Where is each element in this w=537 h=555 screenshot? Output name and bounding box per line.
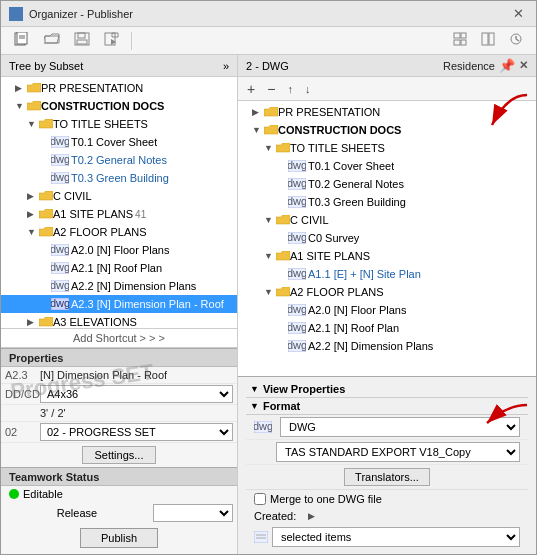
tree-arrow [27,209,39,219]
dwg-icon: dwg [288,268,306,280]
svg-text:dwg: dwg [51,298,69,309]
right-toolbar-btn2[interactable] [476,29,500,52]
tree-item-elevations[interactable]: A3 ELEVATIONS [1,313,237,328]
folder-icon [39,209,53,220]
tree-item-a21[interactable]: dwg A2.1 [N] Roof Plan [1,259,237,277]
format-header[interactable]: ▼ Format [246,398,528,415]
folder-icon [39,227,53,238]
right-tree-item-a1[interactable]: A1 SITE PLANS [238,247,536,265]
right-tree-item-title[interactable]: TO TITLE SHEETS [238,139,536,157]
right-tree-item-construction[interactable]: CONSTRUCTION DOCS [238,121,536,139]
tree-item-title-sheets[interactable]: TO TITLE SHEETS [1,115,237,133]
properties-section: Properties A2.3 [N] Dimension Plan - Roo… [1,348,237,467]
close-button[interactable]: ✕ [509,5,528,22]
right-tree-item-t02[interactable]: dwg T0.2 General Notes [238,175,536,193]
status-text: Editable [23,488,63,500]
svg-rect-10 [454,40,460,45]
right-tree-item-a21[interactable]: dwg A2.1 [N] Roof Plan [238,319,536,337]
format-preset-dropdown[interactable]: TAS STANDARD EXPORT V18_Copy [276,442,520,462]
right-down-btn[interactable]: ↓ [300,80,316,98]
tree-item-a20[interactable]: dwg A2.0 [N] Floor Plans [1,241,237,259]
folder-icon [39,317,53,328]
doc-icon: dwg [51,280,69,292]
right-remove-btn[interactable]: − [262,78,280,100]
right-up-btn[interactable]: ↑ [282,80,298,98]
svg-text:dwg: dwg [51,244,69,255]
translators-row: Translators... [246,465,528,490]
prop-label-num: A2.3 [5,369,40,381]
doc-icon: dwg [51,298,69,310]
tree-item-pr-presentation[interactable]: PR PRESENTATION [1,79,237,97]
add-shortcut-link[interactable]: Add Shortcut > > > [73,332,165,344]
tree-item-construction-docs[interactable]: CONSTRUCTION DOCS [1,97,237,115]
tree-item-a22[interactable]: dwg A2.2 [N] Dimension Plans [1,277,237,295]
toolbar-save-btn[interactable] [69,29,95,52]
tree-item-floor-plans[interactable]: A2 FLOOR PLANS [1,223,237,241]
right-pin-btn[interactable]: 📌 [499,58,515,73]
right-tree-item-t03[interactable]: dwg T0.3 Green Building [238,193,536,211]
right-tree-item-a20[interactable]: dwg A2.0 [N] Floor Plans [238,301,536,319]
right-tree-item-pr[interactable]: PR PRESENTATION [238,103,536,121]
right-close-btn[interactable]: ✕ [519,59,528,72]
settings-button[interactable]: Settings... [82,446,157,464]
right-toolbar: + − ↑ ↓ [238,77,536,101]
release-dropdown[interactable] [153,504,233,522]
properties-header: Properties [1,349,237,367]
right-tree-item-a2[interactable]: A2 FLOOR PLANS [238,283,536,301]
folder-icon [27,101,41,112]
selected-dropdown[interactable]: selected items [272,527,520,547]
tree-item-label: PR PRESENTATION [41,82,143,94]
svg-text:dwg: dwg [288,160,306,171]
right-tree-item-c0[interactable]: dwg C0 Survey [238,229,536,247]
main-toolbar [1,27,536,55]
svg-rect-14 [489,33,494,45]
prop-dropdown-set[interactable]: 02 - PROGRESS SET [40,423,233,441]
right-toolbar-btn3[interactable] [504,29,528,52]
folder-icon [276,287,290,298]
right-tree-item-a11[interactable]: dwg A1.1 [E] + [N] Site Plan [238,265,536,283]
right-bottom-panel: ▼ View Properties ▼ Format dwg DWG [238,376,536,554]
tree-item-label: C CIVIL [53,190,92,202]
tree-arrow [264,287,276,297]
tree-item-label: A2.0 [N] Floor Plans [71,244,169,256]
tree-item-label: T0.3 Green Building [71,172,169,184]
format-preset-row: TAS STANDARD EXPORT V18_Copy [246,440,528,465]
doc-icon: dwg [51,136,69,148]
svg-rect-11 [461,33,466,38]
tree-item-civil[interactable]: C CIVIL [1,187,237,205]
right-header-dwg: 2 - DWG [246,60,289,72]
tree-item-site-plans[interactable]: A1 SITE PLANS 41 [1,205,237,223]
format-type-dropdown[interactable]: DWG [280,417,520,437]
tree-item-cover-sheet[interactable]: dwg T0.1 Cover Sheet [1,133,237,151]
left-pane-header-text: Tree by Subset [9,60,83,72]
right-tree-item-civil[interactable]: C CIVIL [238,211,536,229]
toolbar-export-btn[interactable] [99,29,125,52]
left-pane-expand[interactable]: » [223,60,229,72]
prop-dropdown-cd[interactable]: A4x36 [40,385,233,403]
right-tree-item-a22[interactable]: dwg A2.2 [N] Dimension Plans [238,337,536,355]
view-properties-header[interactable]: ▼ View Properties [246,381,528,398]
tree-item-general-notes[interactable]: dwg T0.2 General Notes [1,151,237,169]
main-content: Tree by Subset » PR PRESENTATION [1,55,536,554]
right-tree: PR PRESENTATION CONSTRUCTION DOCS TO TIT… [238,101,536,376]
dwg-icon: dwg [288,178,306,190]
created-expand[interactable]: ▶ [308,511,315,521]
publish-button[interactable]: Publish [80,528,158,548]
right-add-btn[interactable]: + [242,78,260,100]
folder-icon [276,143,290,154]
svg-text:dwg: dwg [51,262,69,273]
toolbar-open-btn[interactable] [39,29,65,52]
right-toolbar-btn1[interactable] [448,29,472,52]
tree-item-label: TO TITLE SHEETS [53,118,148,130]
svg-line-17 [516,39,519,41]
merge-checkbox[interactable] [254,493,266,505]
toolbar-new-btn[interactable] [9,29,35,52]
tree-item-green-building[interactable]: dwg T0.3 Green Building [1,169,237,187]
tree-item-label: T0.3 Green Building [308,196,406,208]
teamwork-section: Teamwork Status Editable Release Publish [1,467,237,554]
merge-row: Merge to one DWG file [246,490,528,508]
tree-item-a23[interactable]: dwg A2.3 [N] Dimension Plan - Roof [1,295,237,313]
right-tree-item-t01[interactable]: dwg T0.1 Cover Sheet [238,157,536,175]
translators-button[interactable]: Translators... [344,468,430,486]
tree-item-label: A2 FLOOR PLANS [53,226,147,238]
